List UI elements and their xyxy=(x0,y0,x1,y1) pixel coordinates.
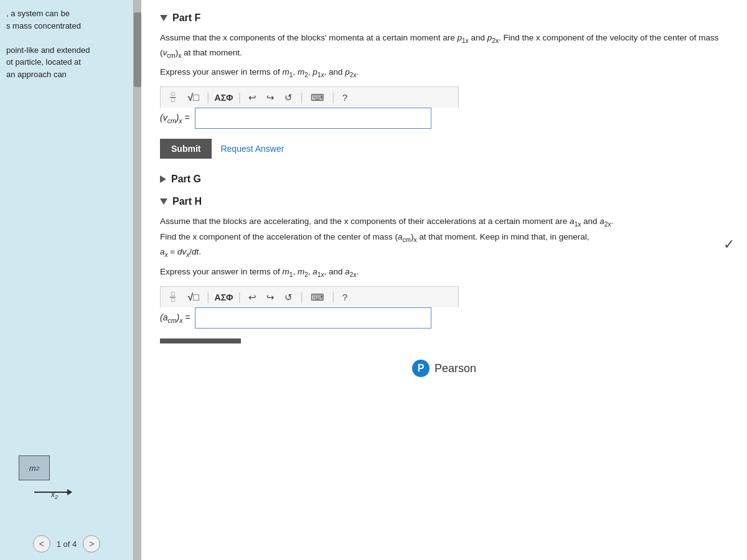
prev-button[interactable]: < xyxy=(33,535,50,553)
part-f-submit-row: Submit Request Answer xyxy=(160,139,728,159)
part-h-toolbar-refresh-btn[interactable]: ↺ xyxy=(282,291,295,304)
part-h-toolbar-redo-btn[interactable]: ↪ xyxy=(264,291,277,304)
diagram-block: m2 xyxy=(19,455,50,480)
part-f-express: Express your answer in terms of m1, m2, … xyxy=(160,67,728,78)
part-f-request-button[interactable]: Request Answer xyxy=(220,144,284,154)
pearson-brand-name: Pearson xyxy=(435,362,476,375)
part-g-title: Part G xyxy=(171,174,201,185)
part-h-toolbar: □ □ √□ | ΑΣΦ | ↩ ↪ ↺ | ⌨ | ? xyxy=(160,286,459,307)
part-h-title: Part H xyxy=(172,196,202,207)
part-h-toolbar-help-btn[interactable]: ? xyxy=(340,291,350,304)
toolbar-sqrt-btn[interactable]: √□ xyxy=(185,91,201,105)
pearson-footer: P Pearson xyxy=(160,353,728,377)
diagram-x2-label: x2 xyxy=(51,490,58,500)
part-f-problem: Assume that the x components of the bloc… xyxy=(160,31,728,61)
part-h-answer-row: (acm)x = xyxy=(160,307,728,329)
check-mark: ✓ xyxy=(723,236,735,253)
part-f-submit-button[interactable]: Submit xyxy=(160,139,212,159)
part-f-answer-input[interactable] xyxy=(195,108,431,129)
part-h-submit-bar xyxy=(160,338,241,343)
nav-row: < 1 of 4 > xyxy=(0,530,133,560)
part-h-toolbar-fraction-btn[interactable]: □ □ xyxy=(166,290,180,304)
part-h-header: Part H xyxy=(160,196,728,207)
toolbar-refresh-btn[interactable]: ↺ xyxy=(282,91,295,105)
sidebar-line5: an approach can xyxy=(6,68,127,81)
sidebar: , a system can be s mass concentrated po… xyxy=(0,0,134,560)
next-button[interactable]: > xyxy=(83,535,100,553)
pearson-logo: P xyxy=(412,360,430,377)
part-h-toolbar-keyboard-btn[interactable]: ⌨ xyxy=(308,291,327,304)
next-icon: > xyxy=(89,539,94,549)
sidebar-line4: ot particle, located at xyxy=(6,56,127,68)
scrollbar-track[interactable] xyxy=(134,0,141,560)
main-content: Part F Assume that the x components of t… xyxy=(141,0,747,560)
sidebar-text-block: , a system can be s mass concentrated po… xyxy=(0,0,133,88)
part-f-collapse-icon[interactable] xyxy=(160,15,167,21)
part-h-express: Express your answer in terms of m1, m2, … xyxy=(160,267,728,278)
part-g-expand-icon[interactable] xyxy=(160,175,166,183)
toolbar-help-btn[interactable]: ? xyxy=(340,91,350,104)
part-f-answer-label: (vcm)x = xyxy=(160,113,190,124)
part-h-collapse-icon[interactable] xyxy=(160,198,167,205)
part-h-answer-input[interactable] xyxy=(195,307,431,329)
sidebar-line2: s mass concentrated xyxy=(6,20,127,32)
sidebar-diagram: m2 x2 xyxy=(0,88,133,530)
page-indicator: 1 of 4 xyxy=(57,539,77,549)
part-f-header: Part F xyxy=(160,12,728,24)
part-h-answer-label: (acm)x = xyxy=(160,312,190,324)
part-g-header: Part G xyxy=(160,174,728,185)
part-h-toolbar-undo-btn[interactable]: ↩ xyxy=(246,291,259,304)
part-h-toolbar-sqrt-btn[interactable]: √□ xyxy=(185,291,201,304)
part-f-title: Part F xyxy=(172,12,200,24)
toolbar-math-symbol: ΑΣΦ xyxy=(215,93,233,103)
part-h-problem: Assume that the blocks are accelerating,… xyxy=(160,215,728,260)
toolbar-fraction-btn[interactable]: □ □ xyxy=(166,90,180,105)
scrollbar-thumb[interactable] xyxy=(134,12,141,87)
sidebar-line1: , a system can be xyxy=(6,7,127,20)
pearson-logo-letter: P xyxy=(418,363,425,374)
prev-icon: < xyxy=(39,539,44,549)
part-f-toolbar: □ □ √□ | ΑΣΦ | ↩ ↪ ↺ | ⌨ | ? xyxy=(160,86,459,108)
part-f-answer-row: (vcm)x = xyxy=(160,108,728,129)
toolbar-redo-btn[interactable]: ↪ xyxy=(264,91,277,105)
part-h-toolbar-math-symbol: ΑΣΦ xyxy=(215,292,233,302)
part-g-section: Part G xyxy=(160,174,728,185)
toolbar-keyboard-btn[interactable]: ⌨ xyxy=(308,91,327,105)
sidebar-line3: point-like and extended xyxy=(6,44,127,57)
toolbar-undo-btn[interactable]: ↩ xyxy=(246,91,259,105)
